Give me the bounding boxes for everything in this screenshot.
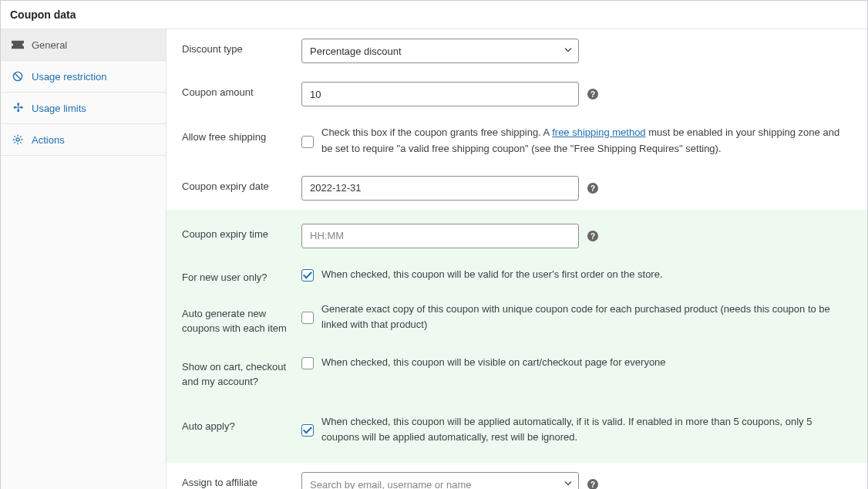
tab-label: Usage limits [32, 103, 86, 114]
help-icon[interactable]: ? [587, 88, 599, 100]
svg-text:?: ? [590, 481, 595, 489]
label-discount-type: Discount type [182, 39, 301, 55]
row-auto-generate: Auto generate new coupons with each item… [167, 292, 867, 346]
row-free-shipping: Allow free shipping Check this box if th… [167, 116, 867, 167]
tab-general[interactable]: General [1, 29, 166, 61]
input-coupon-amount[interactable] [301, 82, 579, 106]
checkbox-auto-apply[interactable] [301, 424, 314, 437]
ticket-icon [12, 39, 24, 51]
row-show-on-cart: Show on cart, checkout and my account? W… [167, 346, 867, 399]
label-expiry-time: Coupon expiry time [182, 224, 301, 240]
panel-title: Coupon data [1, 1, 867, 29]
checkbox-free-shipping[interactable] [301, 136, 314, 148]
tab-usage-limits[interactable]: ✢ Usage limits [1, 93, 166, 124]
svg-text:?: ? [590, 90, 595, 99]
row-expiry-date: Coupon expiry date ? [167, 167, 867, 210]
row-expiry-time: Coupon expiry time ? [167, 214, 867, 258]
checkbox-show-on-cart[interactable] [301, 357, 314, 369]
desc-auto-apply: When checked, this coupon will be applie… [321, 414, 852, 447]
label-new-user: For new user only? [182, 267, 301, 283]
tab-label: Usage restriction [32, 71, 107, 83]
gear-icon [12, 133, 24, 146]
label-free-shipping: Allow free shipping [182, 125, 301, 145]
svg-text:?: ? [590, 232, 595, 241]
desc-show-on-cart: When checked, this coupon will be visibl… [321, 355, 852, 371]
form-content: Discount type Percentage discount Coupon… [167, 29, 867, 489]
label-coupon-amount: Coupon amount [182, 82, 301, 98]
input-expiry-date[interactable] [301, 176, 579, 201]
label-show-on-cart: Show on cart, checkout and my account? [182, 355, 301, 390]
tab-label: Actions [32, 134, 65, 146]
select-discount-type[interactable]: Percentage discount [301, 39, 579, 63]
tab-usage-restriction[interactable]: Usage restriction [1, 61, 166, 93]
row-discount-type: Discount type Percentage discount [167, 29, 867, 73]
label-assign-affiliate: Assign to affiliate [182, 472, 301, 488]
tab-actions[interactable]: Actions [1, 124, 166, 156]
row-auto-apply: Auto apply? When checked, this coupon wi… [167, 405, 867, 456]
label-auto-generate: Auto generate new coupons with each item [182, 302, 301, 336]
input-expiry-time[interactable] [301, 224, 579, 248]
svg-line-1 [15, 73, 21, 79]
desc-auto-generate: Generate exact copy of this coupon with … [321, 302, 852, 334]
desc-free-shipping: Check this box if the coupon grants free… [321, 125, 852, 157]
desc-new-user: When checked, this coupon will be valid … [321, 267, 852, 283]
tab-label: General [32, 39, 67, 51]
side-tabs: General Usage restriction ✢ Usage limits… [1, 29, 167, 489]
block-icon [12, 70, 24, 83]
svg-text:?: ? [590, 184, 595, 193]
label-auto-apply: Auto apply? [182, 414, 301, 434]
coupon-data-panel: Coupon data General Usage restriction ✢ … [0, 0, 868, 489]
label-expiry-date: Coupon expiry date [182, 176, 301, 192]
help-icon[interactable]: ? [587, 478, 599, 489]
select-assign-affiliate[interactable] [301, 472, 579, 489]
plus-icon: ✢ [12, 102, 24, 114]
svg-point-2 [16, 138, 19, 141]
link-free-shipping-method[interactable]: free shipping method [552, 126, 645, 138]
row-coupon-amount: Coupon amount ? [167, 73, 867, 116]
help-icon[interactable]: ? [587, 182, 599, 194]
checkbox-new-user[interactable] [301, 269, 314, 282]
help-icon[interactable]: ? [587, 230, 599, 242]
row-new-user: For new user only? When checked, this co… [167, 258, 867, 292]
row-assign-affiliate: Assign to affiliate ? [167, 463, 867, 489]
checkbox-auto-generate[interactable] [301, 312, 314, 324]
